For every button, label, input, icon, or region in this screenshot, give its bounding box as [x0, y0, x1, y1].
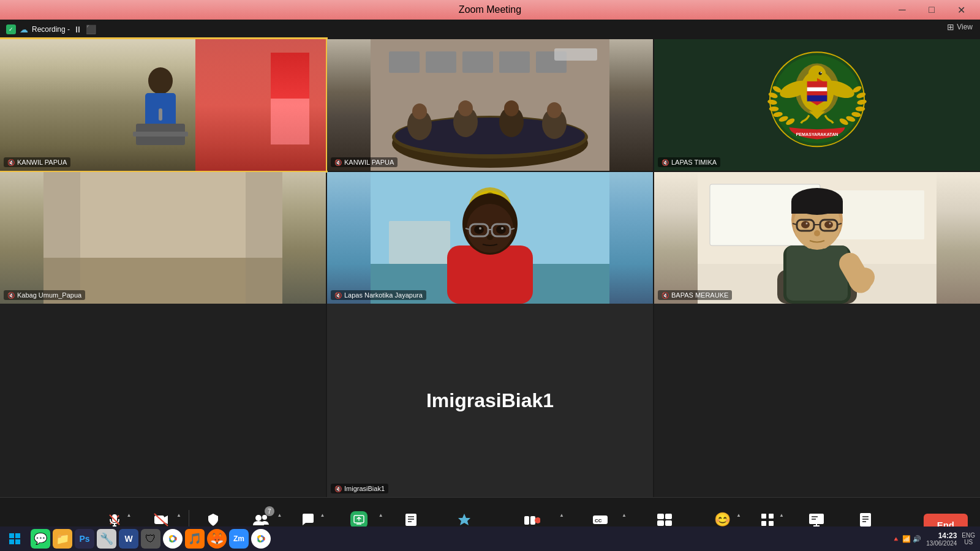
video-cell-kanwil-papua-2[interactable]: 🔇 KANWIL PAPUA [327, 39, 653, 171]
share-screen-caret[interactable]: ▲ [377, 511, 385, 519]
imigrasi-display-name: ImigrasiBiak1 [426, 389, 554, 412]
stop-icon[interactable]: ⬛ [86, 24, 96, 34]
taskbar-word[interactable]: W [119, 529, 138, 549]
pause-icon[interactable]: ⏸ [74, 24, 82, 34]
video-cell-kanwil-papua-1[interactable]: 🔇 KANWIL PAPUA [0, 39, 326, 171]
svg-rect-134 [665, 520, 672, 526]
recording-indicator: ✓ ☁ Recording - ⏸ ⬛ [6, 24, 96, 34]
tray-icons: 🔺 📶 🔊 [892, 535, 921, 543]
svg-point-31 [769, 106, 779, 111]
close-button[interactable]: ✕ [947, 0, 975, 20]
svg-rect-5 [159, 108, 162, 121]
taskbar-app6[interactable]: 🛡 [141, 529, 160, 549]
taskbar-files[interactable]: 📁 [53, 529, 72, 549]
svg-point-118 [262, 515, 267, 520]
participant-label-kabag: 🔇 Kabag Umum_Papua [4, 290, 85, 300]
maximize-button[interactable]: □ [918, 0, 946, 20]
summary-icon [402, 511, 420, 528]
video-cell-kabag-umum[interactable]: 🔇 Kabag Umum_Papua [0, 172, 326, 304]
bapas-merauke-svg [654, 172, 980, 304]
svg-rect-138 [769, 521, 774, 526]
show-captions-caret[interactable]: ▲ [620, 511, 628, 519]
stop-video-icon [153, 511, 170, 528]
participants-icon: 7 [252, 511, 270, 528]
svg-point-104 [806, 223, 808, 225]
svg-rect-136 [769, 514, 774, 519]
title-bar-controls: ─ □ ✕ [888, 0, 975, 20]
mic-icon-lapas-timika: 🔇 [662, 159, 669, 166]
security-icon [205, 511, 222, 528]
chat-caret[interactable]: ▲ [318, 511, 326, 519]
cloud-icon: ☁ [20, 24, 28, 34]
svg-rect-52 [807, 87, 827, 91]
svg-point-103 [824, 221, 833, 228]
svg-point-128 [535, 517, 540, 523]
reactions-icon: 😊 [714, 511, 731, 528]
pause-recording-caret[interactable]: ▲ [558, 512, 565, 519]
participant-label-lapas-timika: 🔇 LAPAS TIMIKA [658, 157, 720, 167]
windows-start-button[interactable] [4, 528, 26, 550]
bottom-panel: ImigrasiBiak1 🔇 ImigrasiBiak1 [0, 304, 980, 497]
person-silhouette-kanwil1 [124, 59, 197, 151]
svg-rect-60 [246, 172, 282, 304]
unmute-icon [106, 511, 123, 528]
participants-badge: 7 [265, 506, 274, 516]
participant-label-bapas: 🔇 BAPAS MERAUKE [658, 290, 732, 300]
svg-rect-51 [807, 81, 827, 87]
svg-rect-8 [426, 51, 456, 73]
svg-rect-126 [524, 516, 529, 525]
svg-rect-9 [462, 51, 493, 73]
svg-rect-59 [43, 172, 80, 304]
mic-icon-bapas: 🔇 [662, 292, 669, 299]
svg-point-80 [474, 225, 484, 234]
taskbar-chrome[interactable] [163, 529, 183, 549]
view-button[interactable]: ⊞ View [947, 22, 973, 32]
stop-video-caret[interactable]: ▲ [175, 511, 183, 519]
top-bar: ✓ ☁ Recording - ⏸ ⬛ ⊞ View [0, 20, 980, 39]
taskbar-photoshop[interactable]: Ps [75, 529, 94, 549]
bottom-cell-imigrasi[interactable]: ImigrasiBiak1 🔇 ImigrasiBiak1 [327, 304, 653, 497]
reactions-caret[interactable]: ▲ [735, 511, 742, 519]
video-cell-lapas-timika[interactable]: PEMASYARAKATAN 🔇 LAPAS TIMIKA [654, 39, 980, 171]
svg-rect-70 [389, 221, 450, 264]
kabag-room-svg [0, 172, 326, 304]
participants-caret[interactable]: ▲ [276, 511, 283, 519]
svg-rect-148 [9, 533, 14, 538]
shield-icon: ✓ [6, 24, 16, 34]
recording-text: Recording - [32, 25, 70, 34]
svg-point-38 [856, 106, 865, 111]
svg-point-106 [814, 230, 820, 236]
svg-rect-149 [15, 533, 20, 538]
svg-rect-10 [499, 51, 530, 73]
mic-icon-kabag: 🔇 [7, 292, 15, 299]
svg-text:PEMASYARAKATAN: PEMASYARAKATAN [796, 132, 838, 137]
svg-rect-127 [530, 516, 535, 525]
video-cell-bapas-merauke[interactable]: 🔇 BAPAS MERAUKE [654, 172, 980, 304]
view-icon: ⊞ [947, 22, 954, 32]
svg-rect-88 [832, 190, 924, 239]
taskbar-app4[interactable]: 🔧 [97, 529, 116, 549]
participant-label-kanwil-papua-1: 🔇 KANWIL PAPUA [4, 157, 70, 167]
apps-caret[interactable]: ▲ [778, 511, 785, 519]
imigrasi-participant-label: 🔇 ImigrasiBiak1 [331, 484, 388, 493]
taskbar-zoom[interactable]: Zm [229, 529, 249, 549]
minimize-button[interactable]: ─ [888, 0, 916, 20]
unmute-caret[interactable]: ▲ [125, 511, 132, 519]
video-cell-lapas-narkotika[interactable]: 🔇 Lapas Narkotika Jayapura [327, 172, 653, 304]
mic-icon-imigrasi: 🔇 [334, 485, 342, 492]
breakout-rooms-icon [657, 511, 674, 528]
whiteboards-icon [808, 511, 825, 528]
svg-point-0 [148, 67, 173, 94]
taskbar-chrome2[interactable] [251, 529, 271, 549]
svg-point-82 [479, 227, 481, 230]
taskbar-whatsapp[interactable]: 💬 [31, 529, 50, 549]
ai-companion-icon [456, 511, 473, 528]
taskbar-firefox[interactable]: 🦊 [207, 529, 227, 549]
svg-point-83 [501, 227, 503, 230]
svg-rect-137 [761, 521, 766, 526]
taskbar-vlc[interactable]: 🎵 [185, 529, 205, 549]
apps-icon [759, 511, 776, 528]
svg-rect-144 [860, 513, 871, 527]
svg-text:CC: CC [595, 518, 602, 523]
svg-rect-121 [405, 514, 417, 526]
